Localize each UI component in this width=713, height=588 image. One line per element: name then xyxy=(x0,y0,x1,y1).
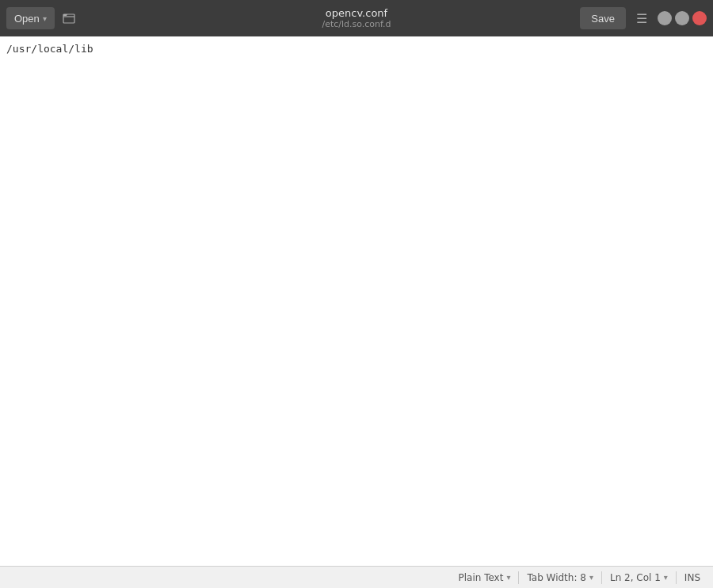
file-manager-icon xyxy=(63,12,75,25)
titlebar: Open ▾ opencv.conf /etc/ld.so.conf.d Sav… xyxy=(0,0,713,36)
file-manager-button[interactable] xyxy=(58,7,80,29)
maximize-button[interactable] xyxy=(675,11,689,25)
save-button[interactable]: Save xyxy=(580,7,626,29)
window-title-filename: opencv.conf xyxy=(322,7,391,19)
tab-width-selector[interactable]: Tab Width: 8 ▾ xyxy=(520,567,600,588)
cursor-position-dropdown-arrow: ▾ xyxy=(664,573,668,582)
open-button[interactable]: Open ▾ xyxy=(6,7,55,29)
hamburger-menu-button[interactable]: ☰ xyxy=(631,7,653,29)
titlebar-center: opencv.conf /etc/ld.so.conf.d xyxy=(322,7,391,29)
cursor-position-label: Ln 2, Col 1 xyxy=(610,572,661,583)
editor-area[interactable]: /usr/local/lib xyxy=(0,36,713,566)
statusbar-separator-2 xyxy=(601,571,602,584)
open-label: Open xyxy=(14,13,40,25)
cursor-position-item[interactable]: Ln 2, Col 1 ▾ xyxy=(604,567,674,588)
open-dropdown-arrow: ▾ xyxy=(43,14,47,23)
language-dropdown-arrow: ▾ xyxy=(506,573,510,582)
language-selector[interactable]: Plain Text ▾ xyxy=(452,567,517,588)
statusbar-separator-3 xyxy=(676,571,677,584)
minimize-button[interactable] xyxy=(658,11,672,25)
hamburger-menu-icon: ☰ xyxy=(636,11,647,26)
titlebar-right: Save ☰ xyxy=(580,7,707,29)
titlebar-left: Open ▾ xyxy=(6,7,80,29)
tab-width-dropdown-arrow: ▾ xyxy=(589,573,593,582)
tab-width-label: Tab Width: 8 xyxy=(527,572,585,583)
ins-text: INS xyxy=(684,572,700,583)
editor-content[interactable]: /usr/local/lib xyxy=(0,36,713,566)
close-button[interactable] xyxy=(692,11,707,25)
window-controls xyxy=(658,11,707,25)
window-title-path: /etc/ld.so.conf.d xyxy=(322,19,391,29)
language-label: Plain Text xyxy=(458,572,503,583)
insert-mode-label: INS xyxy=(678,567,707,588)
statusbar-separator-1 xyxy=(518,571,519,584)
statusbar: Plain Text ▾ Tab Width: 8 ▾ Ln 2, Col 1 … xyxy=(0,566,713,588)
